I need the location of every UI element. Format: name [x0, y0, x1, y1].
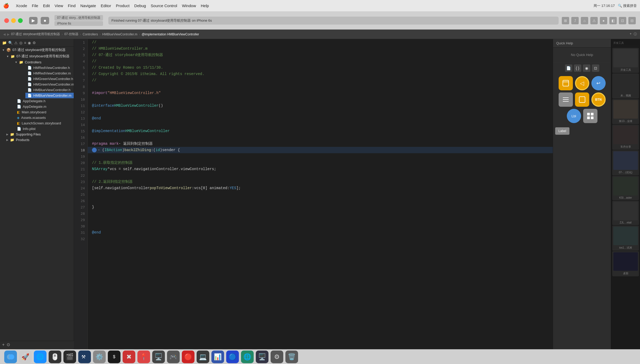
scheme-selector[interactable]: 07-通过 story...使用导航控制器 — [54, 15, 103, 21]
dock-quicktime[interactable]: 🎬 — [63, 351, 76, 363]
dock-blue[interactable]: 🔵 — [226, 351, 239, 363]
sidebar-item-appdelegate-h[interactable]: 📄 AppDelegate.h — [13, 98, 74, 104]
dock-monitor[interactable]: 🖥️ — [152, 351, 165, 363]
sidebar-item-appdelegate-m[interactable]: 📄 AppDelegate.m — [13, 104, 74, 109]
menu-xcode[interactable]: Xcode — [16, 3, 27, 8]
thumb-07[interactable]: 07-…(优化) — [612, 150, 639, 175]
doc-icon[interactable]: 📄 — [565, 64, 572, 72]
maximize-button[interactable] — [18, 18, 23, 23]
dock-systemprefs[interactable]: ⚙️ — [93, 351, 106, 363]
sidebar-folder-main[interactable]: ▼ 📁 07-通过 storyboard使用导航控制器 — [4, 53, 74, 59]
menu-help[interactable]: Help — [201, 3, 209, 8]
widget-table[interactable] — [559, 92, 573, 107]
stop-button[interactable]: ■ — [41, 17, 49, 24]
widget-collection[interactable] — [583, 109, 597, 123]
thumb-13[interactable]: 第13…业准 — [612, 99, 639, 124]
sidebar-project[interactable]: ▼ 📦 07-通过 storyboard使用导航控制器 — [0, 47, 74, 53]
add-file-icon[interactable]: + — [630, 32, 632, 36]
sidebar-search-icon[interactable]: 🔍 — [8, 41, 13, 45]
editor-toggle[interactable]: ⊡ — [619, 17, 626, 24]
braces-icon[interactable]: { } — [574, 64, 581, 72]
thumb-kaifa[interactable]: 开发工具 — [612, 48, 639, 73]
dock-launchpad[interactable]: 🚀 — [19, 351, 32, 363]
dock-laptop[interactable]: 💻 — [197, 351, 209, 363]
sidebar-item-hmgreen-h[interactable]: 📄 HMGreenViewController.h — [25, 76, 74, 82]
dock-chart[interactable]: 📊 — [211, 351, 224, 363]
square-icon[interactable]: ⊡ — [592, 64, 599, 72]
dock-game[interactable]: 🎮 — [167, 351, 180, 363]
dock-terminal[interactable]: $ — [108, 351, 120, 363]
apple-menu[interactable]: 🍎 — [3, 3, 9, 9]
dock-settings2[interactable]: ⚙ — [271, 351, 283, 363]
breadcrumb-file[interactable]: HMBlueViewController.m — [102, 32, 137, 36]
sidebar-folder-icon[interactable]: 📁 — [2, 41, 7, 45]
menu-window[interactable]: Window — [182, 3, 196, 8]
search-menu[interactable]: 🔍 搜索拼音 — [618, 3, 637, 8]
dock-redmark[interactable]: 📍 — [137, 351, 150, 363]
menu-product[interactable]: Product — [116, 3, 129, 8]
sidebar-item-infoplist[interactable]: 📄 Info.plist — [13, 126, 74, 132]
sidebar-item-hmred-m[interactable]: 📄 HMRedViewController.m — [25, 71, 74, 76]
breakpoints-icon[interactable]: ⤴ — [571, 17, 579, 24]
sidebar-test-icon[interactable]: ◉ — [28, 41, 31, 45]
filter-button[interactable]: ⊙ — [7, 342, 10, 347]
breadcrumb-folder[interactable]: Controllers — [83, 32, 98, 36]
thumb-ksl[interactable]: KSl…aster — [612, 176, 639, 200]
menu-navigate[interactable]: Navigate — [80, 3, 96, 8]
thumb-ios1[interactable]: ios1…试准 — [612, 226, 639, 251]
close-button[interactable] — [4, 18, 9, 23]
widget-navigation[interactable]: ◁ — [575, 76, 589, 90]
sidebar-filter-icon[interactable]: ⚠ — [14, 41, 18, 45]
minimize-button[interactable] — [11, 18, 16, 23]
thumb-zjl[interactable]: ZJL…etail — [612, 201, 639, 225]
menu-file[interactable]: File — [32, 3, 38, 8]
issues-icon[interactable]: ● — [600, 17, 607, 24]
sidebar-supporting-files[interactable]: ▶ 📁 Supporting Files — [4, 132, 74, 137]
breadcrumb-project[interactable]: 07-通过 storyboard使用导航控制器 — [11, 32, 60, 36]
widget-button[interactable]: BTN — [591, 92, 606, 107]
sidebar-controllers-folder[interactable]: ▼ 📁 Controllers — [13, 59, 74, 65]
warnings-icon[interactable]: ⚠ — [590, 17, 598, 24]
sidebar-item-hmblue-h[interactable]: 📄 HMBlueViewController.h — [25, 87, 74, 93]
menu-view[interactable]: View — [55, 3, 63, 8]
breakpoint-marker[interactable] — [92, 148, 97, 152]
dock-red2[interactable]: 🔴 — [182, 351, 194, 363]
widget-back[interactable]: ↩ — [591, 76, 606, 90]
circle-icon[interactable]: ◉ — [583, 64, 590, 72]
sidebar-debug-icon[interactable]: ⚙ — [33, 41, 36, 45]
info-icon[interactable]: ⓘ — [634, 32, 637, 36]
dock-monitor2[interactable]: 🖥️ — [256, 351, 268, 363]
run-button[interactable]: ▶ — [29, 17, 38, 24]
nav-toggle[interactable]: ◧ — [609, 17, 617, 24]
sidebar-products[interactable]: ▶ 📁 Products — [4, 137, 74, 143]
menu-editor[interactable]: Editor — [101, 3, 111, 8]
widget-label-rect[interactable]: Label — [555, 127, 569, 135]
sidebar-item-main-storyboard[interactable]: ◧ Main.storyboard — [13, 109, 74, 115]
add-file-button[interactable]: + — [2, 342, 4, 347]
menu-find[interactable]: Find — [68, 3, 76, 8]
utility-toggle[interactable]: ⊟ — [628, 17, 636, 24]
widget-view-controller[interactable] — [559, 76, 573, 90]
dock-web2[interactable]: 🌐 — [241, 351, 254, 363]
sidebar-item-hmgreen-m[interactable]: 📄 HMGreenViewController.m — [25, 82, 74, 87]
dock-trash[interactable]: 🗑️ — [285, 351, 298, 363]
dock-finder[interactable] — [4, 351, 17, 363]
widget-view[interactable] — [575, 92, 589, 107]
code-content[interactable]: // // HMBlueViewController.m // 07-通过 st… — [88, 39, 553, 349]
scheme-icon[interactable]: ⊞ — [562, 17, 569, 24]
menu-source-control[interactable]: Source Control — [151, 3, 177, 8]
menu-debug[interactable]: Debug — [134, 3, 146, 8]
dock-xmark[interactable]: ✖ — [123, 351, 135, 363]
environment-icon[interactable]: ⌂ — [581, 17, 588, 24]
dock-safari[interactable]: 🌐 — [34, 351, 47, 363]
device-selector[interactable]: iPhone 6s — [54, 21, 103, 26]
dock-xcode[interactable]: ⚒ — [78, 351, 91, 363]
thumb-desktop[interactable]: 桌面 — [612, 251, 639, 276]
sidebar-item-launch-storyboard[interactable]: ◧ LaunchScreen.storyboard — [13, 120, 74, 126]
thumb-chadan[interactable]: 车丹分享 — [612, 125, 639, 150]
sidebar-item-hmred-h[interactable]: 📄 HMRedViewController.h — [25, 65, 74, 71]
breadcrumb-symbol[interactable]: @implementation HMBlueViewController — [142, 32, 199, 36]
thumb-weishi[interactable]: 未…视频 — [612, 73, 639, 99]
menu-edit[interactable]: Edit — [43, 3, 50, 8]
widget-label-circle[interactable]: Lbl — [567, 109, 581, 123]
